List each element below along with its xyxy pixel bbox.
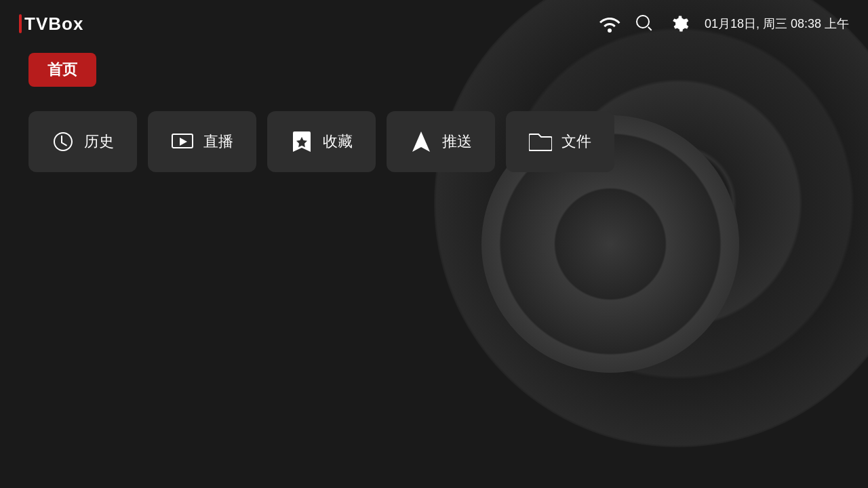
push-card[interactable]: 推送 (387, 111, 495, 172)
push-label: 推送 (442, 131, 472, 152)
logo-text: TVBox (24, 14, 83, 35)
live-icon (171, 130, 194, 153)
datetime-display: 01月18日, 周三 08:38 上午 (705, 16, 849, 32)
settings-icon[interactable] (669, 13, 691, 35)
live-card[interactable]: 直播 (148, 111, 256, 172)
history-card[interactable]: 历史 (28, 111, 137, 172)
files-card[interactable]: 文件 (506, 111, 614, 172)
search-icon[interactable] (634, 13, 656, 35)
files-icon (529, 130, 552, 153)
favorites-icon (290, 130, 313, 153)
menu-area: 历史 直播 收藏 推送 (0, 95, 868, 188)
svg-marker-2 (412, 131, 430, 152)
wifi-icon[interactable] (599, 13, 620, 35)
files-label: 文件 (561, 131, 591, 152)
header: TVBox 01月18日, 周三 08:38 上午 (0, 0, 868, 47)
push-icon (410, 130, 433, 153)
history-label: 历史 (84, 131, 114, 152)
live-label: 直播 (203, 131, 233, 152)
history-icon (52, 130, 75, 153)
logo: TVBox (19, 14, 83, 35)
favorites-label: 收藏 (323, 131, 353, 152)
logo-bar (19, 14, 22, 33)
home-tab[interactable]: 首页 (28, 53, 96, 87)
header-right: 01月18日, 周三 08:38 上午 (599, 13, 849, 35)
svg-marker-1 (180, 138, 187, 146)
nav-area: 首页 (0, 47, 868, 92)
favorites-card[interactable]: 收藏 (267, 111, 376, 172)
